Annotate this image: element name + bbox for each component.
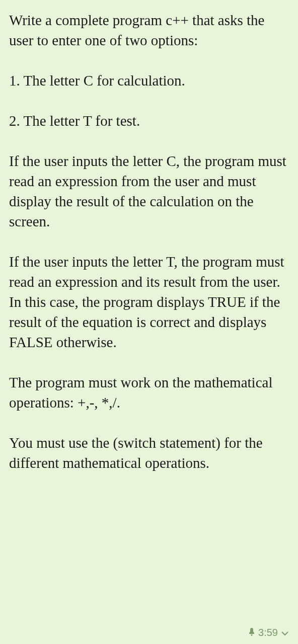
timestamp-text: 3:59 — [258, 626, 278, 640]
if-t-paragraph: If the user inputs the letter T, the pro… — [9, 252, 289, 352]
message-timestamp: 3:59 — [248, 626, 289, 640]
bell-icon — [248, 626, 255, 640]
intro-paragraph: Write a complete program c++ that asks t… — [9, 10, 289, 50]
if-c-paragraph: If the user inputs the letter C, the pro… — [9, 151, 289, 231]
operations-paragraph: The program must work on the mathematica… — [9, 372, 289, 413]
switch-paragraph: You must use the (switch statement) for … — [9, 433, 289, 473]
chevron-down-icon — [281, 626, 289, 640]
option-2-paragraph: 2. The letter T for test. — [9, 111, 289, 131]
option-1-paragraph: 1. The letter C for calculation. — [9, 70, 289, 91]
